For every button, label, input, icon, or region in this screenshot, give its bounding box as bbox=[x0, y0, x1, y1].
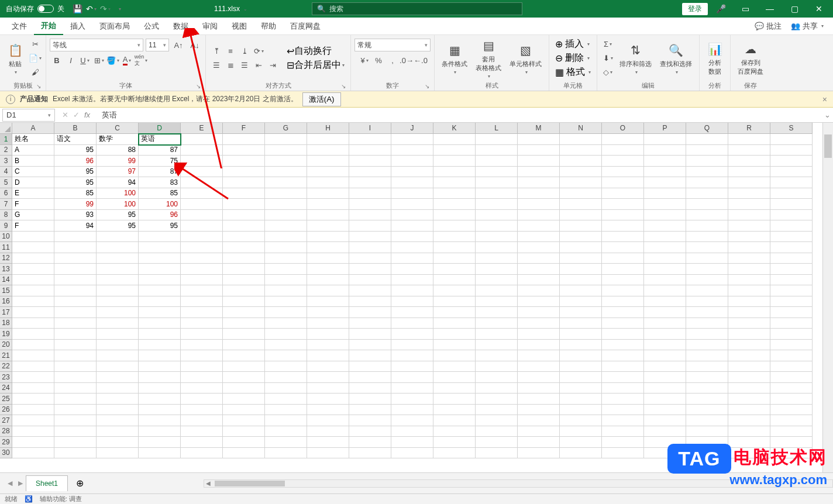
cell[interactable] bbox=[12, 264, 54, 275]
cell[interactable] bbox=[644, 134, 686, 145]
cell[interactable] bbox=[307, 372, 349, 383]
cell[interactable] bbox=[560, 134, 602, 145]
cell[interactable] bbox=[12, 415, 54, 426]
cell[interactable] bbox=[391, 307, 433, 318]
row-header[interactable]: 8 bbox=[0, 210, 12, 221]
col-header[interactable]: C bbox=[97, 123, 139, 134]
cell[interactable] bbox=[391, 296, 433, 308]
cell[interactable] bbox=[560, 415, 602, 426]
cell[interactable] bbox=[476, 285, 518, 296]
cell[interactable] bbox=[307, 199, 349, 210]
font-color-button[interactable]: A▾ bbox=[120, 54, 134, 67]
cell[interactable] bbox=[518, 448, 560, 459]
cell[interactable] bbox=[602, 437, 644, 448]
cell[interactable] bbox=[265, 210, 307, 221]
cell[interactable] bbox=[391, 242, 433, 253]
cell[interactable] bbox=[433, 393, 476, 405]
cell[interactable] bbox=[223, 437, 265, 448]
cell[interactable] bbox=[12, 361, 54, 372]
cell[interactable] bbox=[602, 383, 644, 394]
enter-formula-icon[interactable]: ✓ bbox=[73, 111, 80, 119]
cell[interactable] bbox=[728, 199, 770, 210]
cell[interactable] bbox=[770, 296, 813, 308]
cell[interactable] bbox=[560, 167, 602, 178]
cell[interactable] bbox=[433, 145, 476, 156]
cell[interactable] bbox=[97, 242, 139, 253]
cell[interactable] bbox=[602, 393, 644, 405]
cell[interactable] bbox=[223, 405, 265, 416]
cell[interactable] bbox=[181, 167, 223, 178]
cell[interactable] bbox=[391, 232, 433, 243]
cell[interactable] bbox=[139, 318, 181, 329]
cell[interactable] bbox=[686, 264, 728, 275]
col-header[interactable]: D bbox=[139, 123, 181, 134]
cell[interactable] bbox=[728, 145, 770, 156]
cell[interactable] bbox=[181, 156, 223, 167]
cell[interactable] bbox=[391, 210, 433, 221]
fill-color-button[interactable]: 🪣▾ bbox=[106, 54, 120, 67]
cell[interactable] bbox=[139, 372, 181, 383]
ribbon-mode-icon[interactable]: ▭ bbox=[734, 0, 757, 18]
cell[interactable] bbox=[518, 393, 560, 405]
cell[interactable] bbox=[223, 188, 265, 199]
col-header[interactable]: K bbox=[433, 123, 476, 134]
row-header[interactable]: 28 bbox=[0, 426, 12, 437]
cell[interactable]: 97 bbox=[97, 167, 139, 178]
cell[interactable] bbox=[223, 220, 265, 232]
cell[interactable] bbox=[644, 350, 686, 361]
cell[interactable] bbox=[349, 318, 391, 329]
cell[interactable] bbox=[349, 415, 391, 426]
tab-view[interactable]: 视图 bbox=[225, 18, 254, 35]
cell[interactable] bbox=[770, 145, 813, 156]
cell[interactable] bbox=[307, 242, 349, 253]
cell[interactable] bbox=[391, 220, 433, 232]
row-header[interactable]: 7 bbox=[0, 199, 12, 210]
cell[interactable]: A bbox=[12, 145, 54, 156]
tab-home[interactable]: 开始 bbox=[34, 18, 63, 35]
percent-button[interactable]: % bbox=[371, 54, 385, 67]
cell[interactable] bbox=[728, 134, 770, 145]
minimize-button[interactable]: — bbox=[758, 0, 782, 18]
cell[interactable] bbox=[686, 134, 728, 145]
cell[interactable] bbox=[54, 393, 97, 405]
cell[interactable] bbox=[644, 372, 686, 383]
cell[interactable] bbox=[476, 437, 518, 448]
login-button[interactable]: 登录 bbox=[682, 3, 708, 15]
cell[interactable] bbox=[770, 210, 813, 221]
cell[interactable] bbox=[349, 329, 391, 340]
cell[interactable] bbox=[644, 188, 686, 199]
cell[interactable] bbox=[433, 188, 476, 199]
font-name-combo[interactable]: 等线▾ bbox=[50, 39, 143, 51]
border-button[interactable]: ⊞▾ bbox=[92, 54, 106, 67]
cell[interactable] bbox=[54, 253, 97, 264]
spreadsheet-grid[interactable]: ABCDEFGHIJKLMNOPQRS1姓名语文数学英语2A9588873B96… bbox=[0, 123, 833, 472]
decrease-font-button[interactable]: A↓ bbox=[188, 39, 202, 51]
cell[interactable] bbox=[602, 296, 644, 308]
cell[interactable] bbox=[560, 437, 602, 448]
cell[interactable] bbox=[139, 426, 181, 437]
cell[interactable] bbox=[265, 350, 307, 361]
cell[interactable] bbox=[644, 275, 686, 286]
cell[interactable] bbox=[265, 393, 307, 405]
cell[interactable] bbox=[265, 242, 307, 253]
cell[interactable] bbox=[770, 372, 813, 383]
cell[interactable] bbox=[686, 296, 728, 308]
cell[interactable] bbox=[265, 232, 307, 243]
cell[interactable] bbox=[560, 199, 602, 210]
cell[interactable] bbox=[770, 275, 813, 286]
col-header[interactable]: R bbox=[728, 123, 770, 134]
cell[interactable]: 99 bbox=[97, 156, 139, 167]
cell[interactable] bbox=[54, 361, 97, 372]
row-header[interactable]: 29 bbox=[0, 437, 12, 448]
add-sheet-button[interactable]: ⊕ bbox=[73, 477, 87, 491]
number-launcher-icon[interactable]: ↘ bbox=[425, 83, 429, 89]
cell[interactable] bbox=[181, 242, 223, 253]
cell[interactable]: C bbox=[12, 167, 54, 178]
cell[interactable]: 100 bbox=[97, 199, 139, 210]
number-format-combo[interactable]: 常规▾ bbox=[354, 39, 431, 51]
cell[interactable] bbox=[54, 232, 97, 243]
cell[interactable] bbox=[602, 405, 644, 416]
cell[interactable] bbox=[54, 383, 97, 394]
cell[interactable] bbox=[265, 285, 307, 296]
cell[interactable] bbox=[265, 372, 307, 383]
